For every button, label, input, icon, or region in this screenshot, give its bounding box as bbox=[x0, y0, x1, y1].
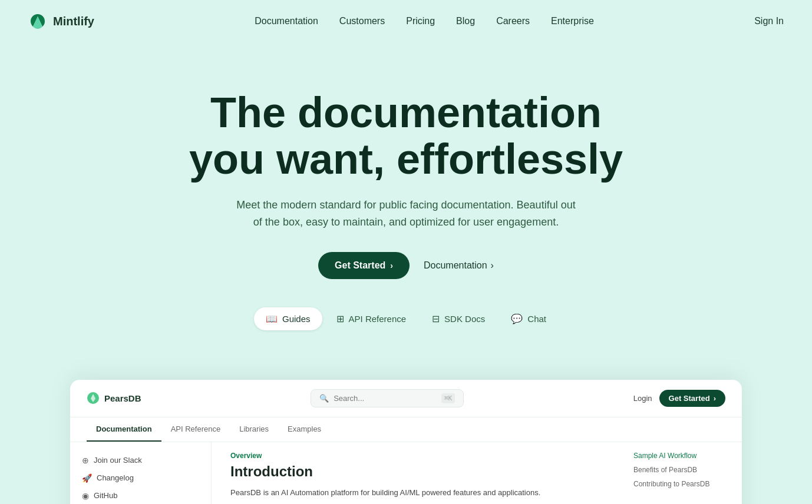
brand-name: Mintlify bbox=[53, 15, 94, 28]
arrow-icon: › bbox=[714, 394, 716, 403]
doc-brand-name: PearsDB bbox=[104, 393, 141, 403]
doc-tab-documentation[interactable]: Documentation bbox=[87, 417, 161, 442]
documentation-link[interactable]: Documentation › bbox=[424, 260, 494, 271]
nav-enterprise[interactable]: Enterprise bbox=[551, 16, 594, 26]
doc-tab-api-reference[interactable]: API Reference bbox=[161, 417, 230, 442]
doc-get-started-button[interactable]: Get Started › bbox=[659, 390, 725, 407]
mintlify-logo-icon bbox=[28, 12, 47, 31]
doc-tab-examples[interactable]: Examples bbox=[278, 417, 331, 442]
nav-careers[interactable]: Careers bbox=[496, 16, 530, 26]
pearsdb-logo-icon bbox=[87, 392, 100, 404]
doc-header-actions: Login Get Started › bbox=[633, 390, 725, 407]
doc-search-bar[interactable]: 🔍 ⌘K bbox=[311, 389, 464, 407]
sidebar-item-github[interactable]: ◉ GitHub bbox=[70, 487, 211, 504]
book-icon: 📖 bbox=[266, 313, 278, 324]
doc-body: ⊕ Join our Slack 🚀 Changelog ◉ GitHub Ov… bbox=[70, 442, 742, 504]
search-input[interactable] bbox=[334, 394, 437, 403]
tab-api-reference[interactable]: ⊞ API Reference bbox=[325, 307, 418, 330]
get-started-button[interactable]: Get Started › bbox=[318, 252, 410, 279]
chevron-right-icon: › bbox=[491, 260, 494, 271]
sidebar-item-changelog[interactable]: 🚀 Changelog bbox=[70, 469, 211, 487]
hero-section: The documentation you want, effortlessly… bbox=[0, 42, 812, 366]
nav-blog[interactable]: Blog bbox=[456, 16, 475, 26]
doc-right-sidebar: Sample AI Workflow Benefits of PearsDB C… bbox=[624, 442, 742, 504]
sdk-icon: ⊟ bbox=[432, 313, 440, 324]
doc-text-paragraph1: PearsDB is an AI Automation platform for… bbox=[230, 487, 605, 499]
grid-icon: ⊞ bbox=[336, 313, 344, 324]
arrow-icon: › bbox=[390, 261, 393, 270]
sidebar-item-slack[interactable]: ⊕ Join our Slack bbox=[70, 452, 211, 469]
doc-overview-label: Overview bbox=[230, 452, 605, 460]
hero-headline: The documentation you want, effortlessly bbox=[24, 89, 788, 183]
doc-login-button[interactable]: Login bbox=[633, 394, 652, 403]
search-keyboard-shortcut: ⌘K bbox=[441, 393, 455, 403]
doc-nav-tabs: Documentation API Reference Libraries Ex… bbox=[70, 417, 742, 442]
doc-tab-libraries[interactable]: Libraries bbox=[230, 417, 278, 442]
search-icon: 🔍 bbox=[319, 394, 329, 403]
doc-page-title: Introduction bbox=[230, 463, 605, 480]
nav-links: Documentation Customers Pricing Blog Car… bbox=[255, 16, 594, 26]
hero-subtext: Meet the modern standard for public faci… bbox=[235, 197, 577, 231]
doc-logo[interactable]: PearsDB bbox=[87, 392, 141, 404]
doc-preview-card: PearsDB 🔍 ⌘K Login Get Started › Documen… bbox=[70, 380, 742, 504]
feature-tabs: 📖 Guides ⊞ API Reference ⊟ SDK Docs 💬 Ch… bbox=[24, 307, 788, 330]
tab-sdk-docs[interactable]: ⊟ SDK Docs bbox=[420, 307, 497, 330]
right-sidebar-link-benefits[interactable]: Benefits of PearsDB bbox=[633, 466, 732, 474]
github-icon: ◉ bbox=[82, 491, 89, 500]
navbar: Mintlify Documentation Customers Pricing… bbox=[0, 0, 812, 42]
chat-icon: 💬 bbox=[511, 313, 523, 324]
right-sidebar-link-ai-workflow[interactable]: Sample AI Workflow bbox=[633, 452, 732, 460]
sign-in-link[interactable]: Sign In bbox=[754, 16, 784, 26]
slack-icon: ⊕ bbox=[82, 456, 89, 465]
logo[interactable]: Mintlify bbox=[28, 12, 94, 31]
doc-main-content: Overview Introduction PearsDB is an AI A… bbox=[212, 442, 624, 504]
hero-buttons: Get Started › Documentation › bbox=[24, 252, 788, 279]
nav-documentation[interactable]: Documentation bbox=[255, 16, 318, 26]
nav-pricing[interactable]: Pricing bbox=[406, 16, 435, 26]
doc-sidebar: ⊕ Join our Slack 🚀 Changelog ◉ GitHub Ov… bbox=[70, 442, 212, 504]
rocket-icon: 🚀 bbox=[82, 473, 92, 483]
tab-chat[interactable]: 💬 Chat bbox=[499, 307, 558, 330]
right-sidebar-link-contributing[interactable]: Contributing to PearsDB bbox=[633, 480, 732, 488]
nav-customers[interactable]: Customers bbox=[339, 16, 385, 26]
doc-header: PearsDB 🔍 ⌘K Login Get Started › bbox=[70, 380, 742, 417]
tab-guides[interactable]: 📖 Guides bbox=[254, 307, 322, 330]
